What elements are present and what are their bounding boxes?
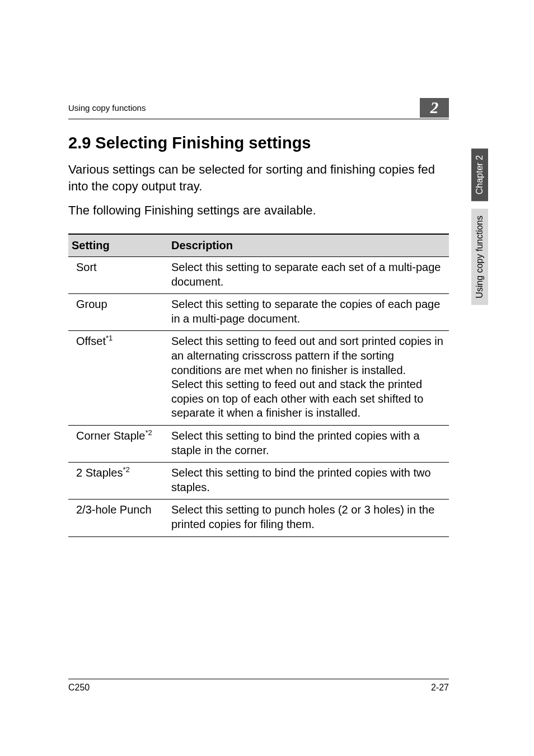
section-tab: Using copy functions: [471, 209, 488, 305]
side-tabs: Chapter 2 Using copy functions: [471, 148, 488, 305]
chapter-tab: Chapter 2: [471, 148, 488, 201]
cell-setting: Sort: [68, 257, 168, 294]
cell-description: Select this setting to bind the printed …: [168, 426, 449, 463]
header-rule: [68, 119, 449, 119]
table-row: Sort Select this setting to separate eac…: [68, 257, 449, 294]
intro-paragraph-1: Various settings can be selected for sor…: [68, 161, 449, 194]
table-row: 2 Staples*2 Select this setting to bind …: [68, 463, 449, 500]
footer-rule: [68, 679, 449, 679]
page-footer: C250 2-27: [68, 679, 449, 693]
table-row: 2/3-hole Punch Select this setting to pu…: [68, 500, 449, 536]
footer-page-number: 2-27: [431, 683, 449, 693]
cell-setting: Corner Staple*2: [68, 426, 168, 463]
table-row: Corner Staple*2 Select this setting to b…: [68, 426, 449, 463]
cell-description: Select this setting to feed out and sort…: [168, 331, 449, 426]
table-row: Group Select this setting to separate th…: [68, 294, 449, 331]
cell-description: Select this setting to bind the printed …: [168, 463, 449, 500]
cell-description: Select this setting to separate the copi…: [168, 294, 449, 331]
cell-setting: 2/3-hole Punch: [68, 500, 168, 536]
section-heading: 2.9 Selecting Finishing settings: [68, 134, 449, 152]
cell-description: Select this setting to punch holes (2 or…: [168, 500, 449, 536]
cell-setting: Offset*1: [68, 331, 168, 426]
table-header-row: Setting Description: [68, 234, 449, 257]
settings-table: Setting Description Sort Select this set…: [68, 234, 449, 537]
running-head-text: Using copy functions: [68, 103, 146, 113]
running-header: Using copy functions 2: [68, 98, 449, 118]
table-row: Offset*1 Select this setting to feed out…: [68, 331, 449, 426]
col-setting: Setting: [68, 234, 168, 257]
col-description: Description: [168, 234, 449, 257]
cell-description: Select this setting to separate each set…: [168, 257, 449, 294]
cell-setting: Group: [68, 294, 168, 331]
cell-setting: 2 Staples*2: [68, 463, 168, 500]
footer-model: C250: [68, 683, 90, 693]
chapter-number-box: 2: [420, 98, 449, 118]
intro-paragraph-2: The following Finishing settings are ava…: [68, 202, 449, 219]
